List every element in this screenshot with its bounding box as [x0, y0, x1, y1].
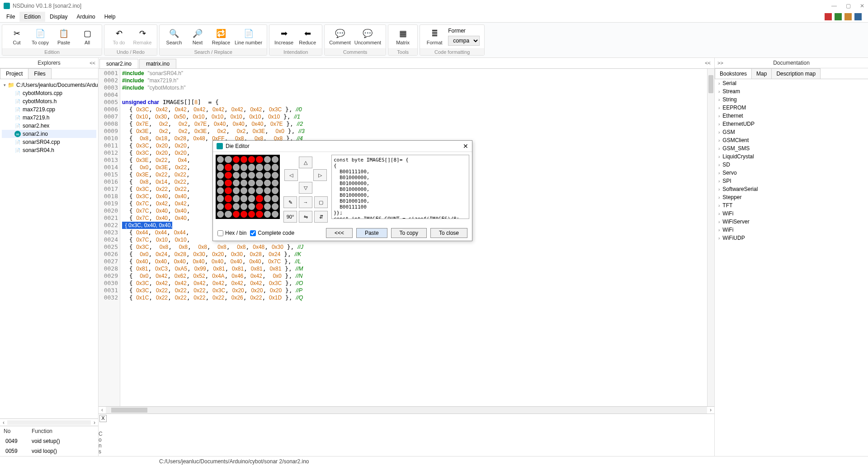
- menu-help[interactable]: Help: [100, 12, 120, 22]
- doc-item[interactable]: ›SD: [715, 161, 868, 169]
- scroll-right-icon[interactable]: ›: [91, 419, 98, 426]
- scroll-left-icon[interactable]: ‹: [0, 419, 7, 426]
- matrix-cell[interactable]: [256, 203, 263, 210]
- comment-button[interactable]: 💬Comment: [329, 28, 351, 45]
- matrix-cell[interactable]: [264, 156, 271, 163]
- tree-file[interactable]: 📄sonar2.hex: [2, 122, 96, 130]
- doc-item[interactable]: ›GSM: [715, 128, 868, 136]
- editor-tab-sonar2[interactable]: sonar2.ino: [99, 59, 138, 68]
- matrix-cell[interactable]: [217, 172, 224, 179]
- matrix-cell[interactable]: [241, 195, 247, 202]
- matrix-cell[interactable]: [225, 203, 231, 210]
- dialog-close-button[interactable]: ✕: [463, 143, 468, 150]
- tree-file[interactable]: 📄sonarSR04.h: [2, 146, 96, 154]
- doc-item[interactable]: ›Stepper: [715, 193, 868, 201]
- menu-file[interactable]: File: [2, 12, 19, 22]
- matrix-cell[interactable]: [241, 180, 247, 186]
- tree-file[interactable]: ∞sonar2.ino: [2, 130, 96, 138]
- matrix-cell[interactable]: [233, 203, 240, 210]
- matrix-cell[interactable]: [225, 180, 231, 186]
- matrix-cell[interactable]: [272, 164, 278, 171]
- dialog-prev-button[interactable]: <<<: [326, 228, 353, 238]
- tree-file[interactable]: 📄sonarSR04.cpp: [2, 138, 96, 146]
- function-row[interactable]: 0049void setup(): [0, 436, 98, 446]
- matrix-cell[interactable]: [248, 187, 255, 194]
- tab-files[interactable]: Files: [28, 68, 51, 79]
- matrix-cell[interactable]: [272, 172, 278, 179]
- matrix-cell[interactable]: [256, 211, 263, 218]
- tree-root[interactable]: ▾ 📁 C:/Users/jeanluc/Documents/Arduir: [2, 81, 96, 89]
- maximize-button[interactable]: ▢: [846, 3, 851, 9]
- doc-item[interactable]: ›SPI: [715, 177, 868, 185]
- matrix-cell[interactable]: [233, 195, 240, 202]
- tab-map[interactable]: Map: [751, 68, 772, 79]
- dialog-code[interactable]: const byte IMAGES[][8]= { { B00111100, B…: [331, 155, 469, 219]
- arrow-button[interactable]: →: [299, 196, 312, 208]
- doc-item[interactable]: ›Serial: [715, 79, 868, 87]
- matrix-cell[interactable]: [217, 156, 224, 163]
- matrix-right-button[interactable]: ▷: [313, 169, 327, 181]
- select-all-button[interactable]: ▢All: [77, 28, 97, 45]
- doc-item[interactable]: ›EthernetUDP: [715, 120, 868, 128]
- matrix-cell[interactable]: [248, 195, 255, 202]
- toolbar-verify-icon[interactable]: [835, 13, 842, 20]
- matrix-cell[interactable]: [248, 156, 255, 163]
- matrix-cell[interactable]: [217, 164, 224, 171]
- doc-item[interactable]: ›EEPROM: [715, 104, 868, 112]
- matrix-cell[interactable]: [233, 187, 240, 194]
- menu-arduino[interactable]: Arduino: [72, 12, 99, 22]
- dialog-copy-button[interactable]: To copy: [391, 228, 427, 238]
- matrix-cell[interactable]: [256, 195, 263, 202]
- reduce-button[interactable]: ⬅Reduce: [297, 28, 317, 45]
- search-button[interactable]: 🔍Search: [164, 28, 184, 45]
- cut-button[interactable]: ✂Cut: [7, 28, 27, 45]
- matrix-cell[interactable]: [225, 172, 231, 179]
- collapse-left-icon[interactable]: <<: [90, 60, 95, 66]
- matrix-grid[interactable]: [216, 155, 280, 219]
- matrix-cell[interactable]: [248, 180, 255, 186]
- matrix-cell[interactable]: [233, 211, 240, 218]
- tab-project[interactable]: Project: [0, 68, 28, 79]
- former-select[interactable]: compact: [448, 36, 480, 46]
- collapse-right-icon[interactable]: >>: [717, 60, 723, 66]
- doc-item[interactable]: ›SoftwareSerial: [715, 185, 868, 193]
- copy-button[interactable]: 📄To copy: [30, 28, 50, 45]
- matrix-cell[interactable]: [264, 203, 271, 210]
- matrix-cell[interactable]: [241, 211, 247, 218]
- matrix-cell[interactable]: [241, 187, 247, 194]
- matrix-up-button[interactable]: △: [299, 157, 312, 168]
- next-button[interactable]: 🔎Next: [188, 28, 208, 45]
- scroll-right-icon[interactable]: ›: [707, 407, 714, 414]
- doc-item[interactable]: ›WiFi: [715, 209, 868, 218]
- matrix-cell[interactable]: [241, 156, 247, 163]
- tab-bookstores[interactable]: Bookstores: [715, 68, 752, 79]
- tree-file[interactable]: 📄cybotMotors.cpp: [2, 89, 96, 97]
- minimize-button[interactable]: —: [831, 3, 837, 9]
- matrix-cell[interactable]: [264, 187, 271, 194]
- tree-file[interactable]: 📄max7219.h: [2, 114, 96, 122]
- matrix-cell[interactable]: [248, 164, 255, 171]
- complete-code-checkbox[interactable]: Complete code: [250, 230, 294, 236]
- matrix-cell[interactable]: [272, 211, 278, 218]
- matrix-cell[interactable]: [233, 172, 240, 179]
- doc-item[interactable]: ›LiquidCrystal: [715, 152, 868, 161]
- doc-item[interactable]: ›Servo: [715, 169, 868, 177]
- matrix-cell[interactable]: [256, 164, 263, 171]
- matrix-cell[interactable]: [256, 172, 263, 179]
- tab-description-map[interactable]: Description map: [771, 68, 821, 79]
- matrix-cell[interactable]: [264, 164, 271, 171]
- doc-item[interactable]: ›WiFi: [715, 226, 868, 234]
- matrix-cell[interactable]: [225, 195, 231, 202]
- undo-button[interactable]: ↶To do: [109, 28, 129, 45]
- matrix-button[interactable]: ▦Matrix: [393, 28, 413, 45]
- matrix-cell[interactable]: [225, 156, 231, 163]
- tree-file[interactable]: 📄cybotMotors.h: [2, 97, 96, 105]
- doc-item[interactable]: ›Ethernet: [715, 112, 868, 120]
- matrix-cell[interactable]: [225, 187, 231, 194]
- matrix-down-button[interactable]: ▽: [299, 182, 312, 194]
- matrix-cell[interactable]: [256, 187, 263, 194]
- menu-edition[interactable]: Edition: [19, 12, 45, 22]
- dialog-paste-button[interactable]: Paste: [356, 228, 387, 238]
- toolbar-save-icon[interactable]: [825, 13, 832, 20]
- matrix-cell[interactable]: [241, 203, 247, 210]
